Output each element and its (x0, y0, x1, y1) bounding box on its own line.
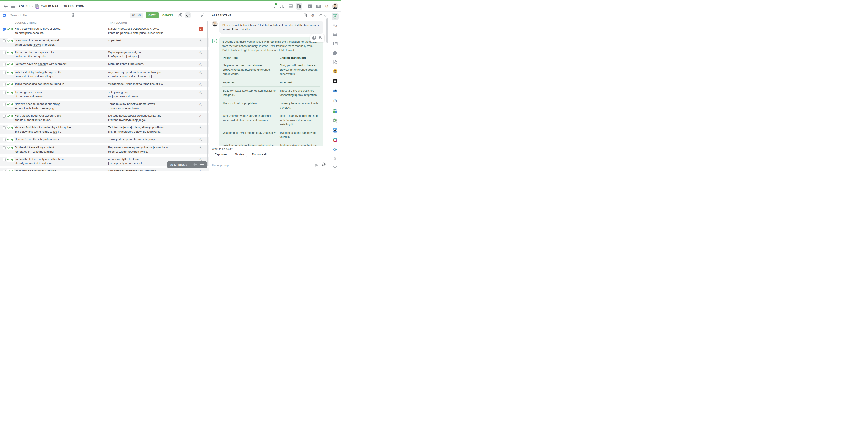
send-icon[interactable] (314, 163, 319, 168)
translation-string[interactable]: Po prawej stronie są wszystkie moje szab… (108, 145, 195, 154)
back-arrow-icon[interactable] (3, 3, 9, 9)
source-string[interactable]: Twilio messaging can now be found in (14, 82, 106, 86)
dictionary-book-icon[interactable] (332, 78, 339, 85)
row-checkbox[interactable] (3, 83, 6, 86)
machine-translate-icon[interactable]: A (199, 126, 203, 130)
color-wheel-icon[interactable] (332, 136, 339, 143)
row-checkbox[interactable] (3, 114, 6, 118)
source-string[interactable]: You can find this information by clickin… (14, 125, 106, 134)
row-checkbox[interactable] (3, 51, 6, 54)
machine-translate-icon[interactable]: A (199, 91, 203, 94)
settings-gear-icon[interactable]: ⚙ (323, 3, 330, 9)
machine-gear-icon[interactable]: ⚙ (332, 97, 339, 104)
string-row[interactable]: First, you will need to have a crowd,an … (0, 26, 209, 36)
select-all-checkbox[interactable] (3, 14, 6, 17)
cancel-button[interactable]: CANCEL (162, 14, 174, 17)
preview-eye-play-icon[interactable] (332, 146, 339, 153)
machine-translate-icon[interactable]: A (199, 169, 203, 171)
source-string[interactable]: I already have an account with a project… (14, 62, 106, 66)
edit-pencil-icon[interactable] (200, 12, 206, 18)
console-icon[interactable] (307, 3, 313, 9)
row-checkbox[interactable] (3, 158, 6, 161)
editor-scrollbar[interactable] (207, 21, 208, 166)
row-checkbox[interactable] (3, 71, 6, 74)
row-checkbox[interactable] (3, 126, 6, 129)
translation-string[interactable]: więc zacznijmy od znalezienia aplikacji … (108, 70, 195, 79)
string-row[interactable]: Now we need to connect our crowdaccount … (0, 101, 209, 111)
mic-icon[interactable] (322, 163, 326, 168)
machine-translate-icon[interactable]: A (199, 158, 203, 161)
translation-string[interactable]: Mam już konto z projektem, (108, 62, 195, 66)
save-button[interactable]: SAVE (146, 12, 158, 18)
comments-count-badge[interactable]: 2 (199, 27, 203, 31)
source-string[interactable]: and on the left are only ones that havea… (14, 157, 106, 166)
source-string[interactable]: On the right are all my contenttemplates… (14, 145, 106, 154)
row-checkbox[interactable] (3, 63, 6, 66)
source-string[interactable]: First, you will need to have a crowd,an … (14, 27, 106, 35)
source-string[interactable]: or a crowd in.com account, as wellas an … (14, 38, 106, 47)
compose-icon[interactable] (271, 3, 277, 9)
row-checkbox[interactable] (3, 146, 6, 149)
machine-translate-icon[interactable]: A (199, 114, 203, 118)
source-string[interactable]: so let's start by finding the app in the… (14, 70, 106, 79)
ai-assistant-icon[interactable] (332, 13, 339, 20)
string-row[interactable]: For that you need your account, Sidand i… (0, 113, 209, 123)
copy-source-icon[interactable] (178, 12, 183, 18)
search-term-icon[interactable]: A (332, 117, 339, 124)
hamburger-menu-icon[interactable] (10, 3, 16, 9)
row-checkbox[interactable] (3, 103, 6, 106)
next-page-arrow-icon[interactable] (200, 163, 204, 167)
approve-check-icon[interactable] (185, 12, 191, 18)
row-checkbox[interactable] (3, 91, 6, 94)
source-string[interactable]: for to upload content to Crowdin. (14, 169, 106, 171)
bottom-panel-layout-icon[interactable] (287, 3, 294, 9)
translation-string[interactable]: aby przesłać zawartość do Crowdina. (108, 169, 195, 171)
copy-icon[interactable] (312, 36, 316, 40)
translation-string[interactable]: Są to wymagania wstępnekonfiguracji tej … (108, 50, 195, 59)
emoji-smiley-icon[interactable] (332, 68, 339, 75)
filter-icon[interactable] (62, 12, 68, 18)
machine-translate-icon[interactable]: A (199, 137, 203, 141)
string-row[interactable]: I already have an account with a project… (0, 61, 209, 67)
string-row[interactable]: so let's start by finding the app in the… (0, 70, 209, 79)
prompt-input[interactable]: Enter prompt (212, 164, 229, 167)
source-string[interactable]: These are the prerequisites forsetting u… (14, 50, 106, 59)
machine-translate-icon[interactable]: A (199, 62, 203, 66)
ai-settings-gear-icon[interactable]: ⚙ (310, 12, 315, 18)
translation-string[interactable]: Teraz musimy połączyć konto crowdz wiado… (108, 102, 195, 110)
string-row[interactable]: Now we're on the integration screen.Tera… (0, 137, 209, 143)
shorten-button[interactable]: Shorten (231, 152, 247, 157)
toolbar-expand-chevron-down-icon[interactable] (332, 164, 339, 171)
tune-options-icon[interactable] (70, 12, 76, 18)
source-string[interactable]: the integration sectionof my crowded pro… (14, 90, 106, 99)
chevron-down-icon[interactable] (324, 13, 327, 18)
machine-translate-icon[interactable]: A (199, 102, 203, 106)
note-add-icon[interactable] (303, 12, 308, 18)
add-plus-icon[interactable] (192, 12, 198, 18)
machine-translate-icon[interactable]: A (199, 51, 203, 55)
mt-puzzle-icon[interactable]: A A (332, 107, 339, 114)
row-checkbox[interactable] (3, 39, 6, 42)
speed-gauge-icon[interactable] (332, 87, 339, 94)
columns-layout-icon[interactable] (279, 3, 285, 9)
source-string[interactable]: Now we need to connect our crowdaccount … (14, 102, 106, 110)
string-row[interactable]: On the right are all my contenttemplates… (0, 145, 209, 155)
translation-string[interactable]: sekcji integracjimojego crowded project. (108, 90, 195, 99)
side-panel-layout-icon[interactable] (296, 3, 303, 9)
string-row[interactable]: These are the prerequisites forsetting u… (0, 49, 209, 59)
row-checkbox[interactable] (3, 138, 6, 141)
source-string[interactable]: Now we're on the integration screen. (14, 137, 106, 141)
ai-scrollbar[interactable] (327, 18, 328, 43)
translate-icon[interactable]: A (332, 22, 339, 29)
machine-translate-icon[interactable]: A (199, 82, 203, 86)
string-row[interactable]: for to upload content to Crowdin.aby prz… (0, 168, 209, 171)
breadcrumb-project[interactable]: POLISH (19, 5, 30, 8)
string-row[interactable]: the integration sectionof my crowded pro… (0, 90, 209, 99)
translation-string[interactable]: Teraz jesteśmy na ekranie integracji. (108, 137, 195, 141)
string-row[interactable]: Twilio messaging can now be found inWiad… (0, 81, 209, 88)
machine-translate-icon[interactable]: A (199, 39, 203, 43)
row-checkbox[interactable] (3, 28, 6, 31)
translation-string[interactable]: super test. (108, 38, 195, 43)
glossary-bookmarks-icon[interactable] (332, 49, 339, 56)
translation-string[interactable]: Najpierw będziesz potrzebować crowd,kont… (108, 27, 195, 35)
